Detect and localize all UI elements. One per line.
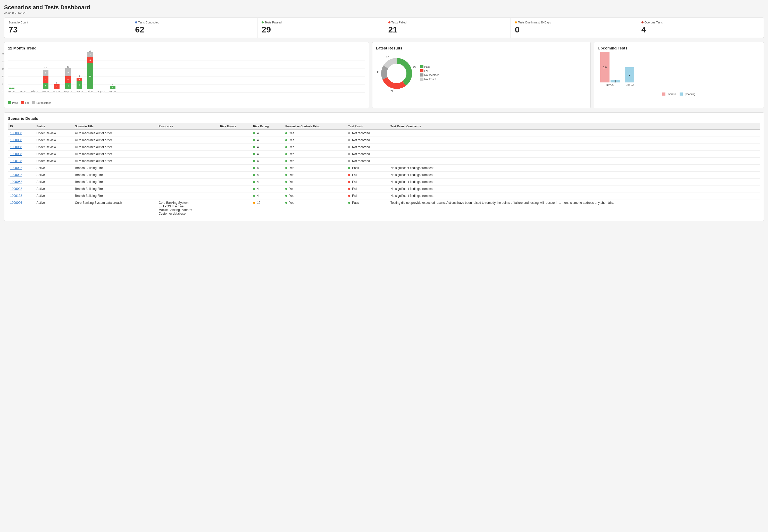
table-header: Test Result Comments [389, 123, 760, 130]
row-status: Under Review [34, 144, 73, 151]
row-id[interactable]: 1000068 [8, 144, 34, 151]
summary-dot [515, 21, 517, 23]
summary-value: 29 [261, 25, 379, 35]
bar-group: Jan 22 [20, 89, 27, 93]
summary-bar: Scenario Count 73 Tests Conducted 62 Tes… [4, 18, 764, 38]
row-status: Under Review [34, 151, 73, 158]
row-id[interactable]: 1000002 [8, 165, 34, 172]
row-title: Branch Building Fire [73, 172, 157, 179]
row-title: Branch Building Fire [73, 179, 157, 185]
row-risk-events [218, 172, 251, 179]
svg-text:12: 12 [386, 56, 389, 58]
row-test-result: Pass [346, 199, 389, 217]
table-row: 1000002 Active Branch Building Fire 4 Ye… [8, 165, 760, 172]
summary-value: 73 [9, 25, 126, 35]
summary-card-5: Overdue Tests 4 [637, 18, 764, 38]
row-risk-events [218, 165, 251, 172]
row-test-result: Not recorded [346, 151, 389, 158]
upcoming-bar-group: 7 Dec 22 [625, 67, 634, 86]
row-title: ATM machines out of order [73, 158, 157, 165]
row-risk-events [218, 179, 251, 185]
row-resources [157, 192, 218, 199]
bar-legend-item: Pass [8, 101, 18, 104]
preventive-dot [285, 195, 287, 197]
bar-group: 13 5 4 4 May 22 [64, 65, 72, 93]
row-resources [157, 151, 218, 158]
row-preventive: Yes [283, 151, 346, 158]
row-id[interactable]: 1000128 [8, 158, 34, 165]
row-comments: No significant findings from test [389, 192, 760, 199]
row-id[interactable]: 1000092 [8, 185, 34, 192]
upcoming-tests-title: Upcoming Tests [598, 46, 760, 50]
donut-wrap: 29211112 PassFailNot recordedNot tested [376, 53, 587, 94]
risk-dot [253, 139, 255, 141]
summary-label: Scenario Count [9, 21, 126, 24]
row-status: Active [34, 172, 73, 179]
row-id[interactable]: 1000062 [8, 179, 34, 185]
row-risk-rating: 4 [251, 179, 283, 185]
preventive-dot [285, 174, 287, 176]
row-test-result: Not recorded [346, 144, 389, 151]
row-risk-rating: 4 [251, 144, 283, 151]
row-resources [157, 172, 218, 179]
table-row: 1000062 Active Branch Building Fire 4 Ye… [8, 179, 760, 185]
row-id[interactable]: 1000122 [8, 192, 34, 199]
row-status: Active [34, 185, 73, 192]
row-test-result: Fail [346, 192, 389, 199]
summary-value: 62 [135, 25, 253, 35]
row-id[interactable]: 1000038 [8, 137, 34, 144]
summary-label: Overdue Tests [642, 21, 759, 24]
bars: 12 4 4 4 [43, 67, 48, 89]
risk-dot [253, 153, 255, 155]
trend-chart-title: 12 Month Trend [8, 46, 365, 50]
table-title: Scenario Details [8, 116, 760, 121]
row-comments [389, 144, 760, 151]
table-header: Risk Events [218, 123, 251, 130]
svg-text:11: 11 [376, 71, 379, 73]
row-comments: No significant findings from test [389, 185, 760, 192]
bar-group: Feb 22 [31, 89, 38, 93]
row-comments: No significant findings from test [389, 179, 760, 185]
row-preventive: Yes [283, 185, 346, 192]
row-status: Active [34, 165, 73, 172]
donut-legend: PassFailNot recordedNot tested [420, 65, 440, 82]
row-preventive: Yes [283, 144, 346, 151]
row-resources [157, 185, 218, 192]
row-id[interactable]: 1000032 [8, 172, 34, 179]
row-test-result: Fail [346, 185, 389, 192]
row-risk-rating: 4 [251, 137, 283, 144]
upcoming-x-label: Dec 22 [626, 83, 634, 86]
row-risk-rating: 4 [251, 158, 283, 165]
row-id[interactable]: 1000098 [8, 151, 34, 158]
latest-results-card: Latest Results 29211112 PassFailNot reco… [372, 42, 591, 108]
upcoming-tests-card: Upcoming Tests 14 1 Nov 22 7 Dec 22 Over… [594, 42, 764, 108]
summary-dot [389, 21, 391, 23]
bars: 2 2 [110, 83, 115, 89]
row-resources [157, 130, 218, 137]
summary-value: 4 [642, 25, 759, 35]
risk-dot [253, 188, 255, 190]
row-risk-rating: 4 [251, 130, 283, 137]
row-status: Active [34, 179, 73, 185]
donut-legend-item: Not tested [420, 78, 440, 81]
row-resources [157, 144, 218, 151]
row-id[interactable]: 1000006 [8, 199, 34, 217]
trend-bar-chart: 2520151050 1 Dec 21Jan 22Feb 2212 4 4 4 … [8, 53, 365, 99]
svg-text:21: 21 [391, 90, 394, 92]
summary-value: 21 [389, 25, 507, 35]
trend-chart-wrap: 2520151050 1 Dec 21Jan 22Feb 2212 4 4 4 … [8, 53, 365, 104]
test-result-dot [348, 160, 350, 162]
preventive-dot [285, 146, 287, 148]
row-risk-rating: 4 [251, 165, 283, 172]
summary-label: Tests Passed [261, 21, 379, 24]
row-comments: No significant findings from test [389, 165, 760, 172]
donut-legend-item: Fail [420, 69, 440, 72]
page-header: Scenarios and Tests Dashboard As at: 03/… [4, 4, 764, 14]
row-id[interactable]: 1000008 [8, 130, 34, 137]
bar-x-label: May 22 [64, 90, 72, 93]
row-risk-rating: 4 [251, 185, 283, 192]
preventive-dot [285, 167, 287, 169]
donut-legend-item: Pass [420, 65, 440, 68]
test-result-dot [348, 188, 350, 190]
preventive-dot [285, 188, 287, 190]
